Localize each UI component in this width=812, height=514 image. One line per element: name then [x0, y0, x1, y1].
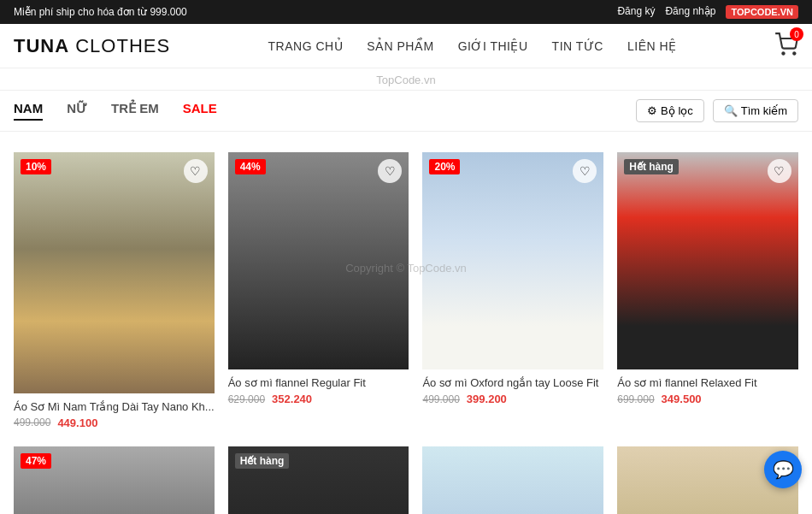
chat-icon: 💬 — [773, 459, 794, 480]
header: TUNA CLOTHES TRANG CHỦ SẢN PHẨM GIỚI THI… — [0, 24, 812, 68]
product-image — [14, 152, 215, 393]
product-card[interactable]: Áo sơ mì Oxford... — [415, 440, 610, 514]
tabs-right: ⚙ Bộ lọc 🔍 Tìm kiếm — [636, 99, 798, 122]
filter-button[interactable]: ⚙ Bộ lọc — [636, 99, 704, 122]
auth-links: Đăng ký Đăng nhập TOPCODE.VN — [617, 5, 798, 19]
discount-badge: 10% — [21, 159, 51, 174]
product-image — [422, 152, 603, 369]
product-prices: 699.000 349.500 — [617, 393, 798, 405]
nav-lien-he[interactable]: LIÊN HỆ — [627, 39, 677, 53]
discount-badge: 20% — [429, 159, 460, 174]
tab-tre-em[interactable]: TRẺ EM — [111, 101, 159, 121]
product-prices: 499.000 449.100 — [14, 417, 215, 429]
product-card[interactable]: Hết hàng Áo sơ mì nam đen... — [221, 440, 416, 514]
price-sale: 399.200 — [467, 393, 507, 405]
nav-tin-tuc[interactable]: TIN TỨC — [552, 39, 603, 53]
product-image — [422, 446, 603, 514]
product-card[interactable]: 44% ♡ Áo sơ mì flannel Regular Fit 629.0… — [221, 145, 416, 440]
product-image-wrap: Hết hàng — [228, 446, 409, 514]
price-original: 629.000 — [228, 393, 265, 405]
product-image-wrap: 47% — [14, 446, 215, 514]
svg-point-1 — [793, 52, 795, 54]
product-name: Áo Sơ Mì Nam Trắng Dài Tay Nano Kh... — [14, 400, 215, 413]
tab-sale[interactable]: SALE — [183, 101, 217, 121]
tab-nam[interactable]: NAM — [14, 101, 43, 121]
nav-gioi-thieu[interactable]: GIỚI THIỆU — [458, 39, 528, 53]
product-image-wrap: Hết hàng ♡ — [617, 152, 798, 369]
out-of-stock-badge: Hết hàng — [235, 453, 290, 469]
login-link[interactable]: Đăng nhập — [665, 5, 715, 19]
product-image — [617, 152, 798, 369]
price-sale: 449.100 — [57, 417, 97, 429]
product-name: Áo sơ mì flannel Relaxed Fit — [617, 376, 798, 389]
wishlist-button[interactable]: ♡ — [768, 159, 791, 183]
product-image-wrap: 20% ♡ — [422, 152, 603, 369]
cart-badge: 0 — [790, 27, 803, 41]
product-card[interactable]: 47% Áo sơ mì nam dài tay... — [7, 440, 221, 514]
product-card[interactable]: 20% ♡ Áo sơ mì Oxford ngắn tay Loose Fit… — [415, 145, 610, 440]
product-info: Áo sơ mì flannel Regular Fit 629.000 352… — [228, 369, 409, 409]
logo-clothes: CLOTHES — [69, 35, 170, 56]
product-image-wrap: 44% ♡ — [228, 152, 409, 369]
tabs-left: NAM NỮ TRẺ EM SALE — [14, 101, 217, 121]
logo[interactable]: TUNA CLOTHES — [14, 35, 170, 57]
chat-button[interactable]: 💬 — [764, 451, 802, 488]
svg-point-0 — [782, 52, 784, 54]
header-right: 0 — [774, 32, 798, 59]
product-name: Áo sơ mì Oxford ngắn tay Loose Fit — [422, 376, 603, 389]
filter-label: Bộ lọc — [661, 104, 693, 117]
search-button[interactable]: 🔍 Tìm kiếm — [713, 99, 798, 122]
product-image-wrap: 10% ♡ — [14, 152, 215, 393]
category-tabs: NAM NỮ TRẺ EM SALE ⚙ Bộ lọc 🔍 Tìm kiếm — [0, 91, 812, 132]
register-link[interactable]: Đăng ký — [617, 5, 655, 19]
price-sale: 349.500 — [662, 393, 702, 405]
product-card[interactable]: 10% ♡ Áo Sơ Mì Nam Trắng Dài Tay Nano Kh… — [7, 145, 221, 440]
announcement-bar: Miễn phí ship cho hóa đơn từ 999.000 Đăn… — [0, 0, 812, 24]
product-prices: 499.000 399.200 — [422, 393, 603, 405]
tab-nu[interactable]: NỮ — [67, 101, 87, 121]
product-info: Áo sơ mì Oxford ngắn tay Loose Fit 499.0… — [422, 369, 603, 409]
price-original: 699.000 — [617, 393, 654, 405]
price-sale: 352.240 — [272, 393, 312, 405]
watermark: TopCode.vn — [0, 68, 812, 91]
product-image — [228, 152, 409, 369]
search-icon: 🔍 — [724, 104, 738, 117]
out-of-stock-badge: Hết hàng — [624, 159, 679, 174]
product-prices: 629.000 352.240 — [228, 393, 409, 405]
watermark-text: TopCode.vn — [376, 74, 435, 86]
product-image-wrap — [422, 446, 603, 514]
product-card[interactable]: Hết hàng ♡ Áo sơ mì flannel Relaxed Fit … — [610, 145, 805, 440]
topcode-logo: TOPCODE.VN — [726, 5, 798, 19]
nav-san-pham[interactable]: SẢN PHẨM — [367, 39, 433, 53]
price-original: 499.000 — [422, 393, 459, 405]
product-info: Áo sơ mì flannel Relaxed Fit 699.000 349… — [617, 369, 798, 409]
product-info: Áo Sơ Mì Nam Trắng Dài Tay Nano Kh... 49… — [14, 393, 215, 433]
discount-badge: 44% — [235, 159, 266, 174]
cart-icon-wrap[interactable]: 0 — [774, 32, 798, 59]
search-label: Tìm kiếm — [741, 104, 787, 117]
announcement-text: Miễn phí ship cho hóa đơn từ 999.000 — [14, 6, 187, 18]
filter-icon: ⚙ — [647, 104, 657, 117]
nav-trang-chu[interactable]: TRANG CHỦ — [268, 39, 344, 53]
price-original: 499.000 — [14, 417, 50, 428]
logo-tuna: TUNA — [14, 35, 69, 56]
main-nav: TRANG CHỦ SẢN PHẨM GIỚI THIỆU TIN TỨC LI… — [268, 39, 677, 53]
wishlist-button[interactable]: ♡ — [184, 159, 208, 183]
product-name: Áo sơ mì flannel Regular Fit — [228, 376, 409, 389]
discount-badge: 47% — [21, 453, 51, 469]
product-grid: 10% ♡ Áo Sơ Mì Nam Trắng Dài Tay Nano Kh… — [0, 132, 812, 514]
